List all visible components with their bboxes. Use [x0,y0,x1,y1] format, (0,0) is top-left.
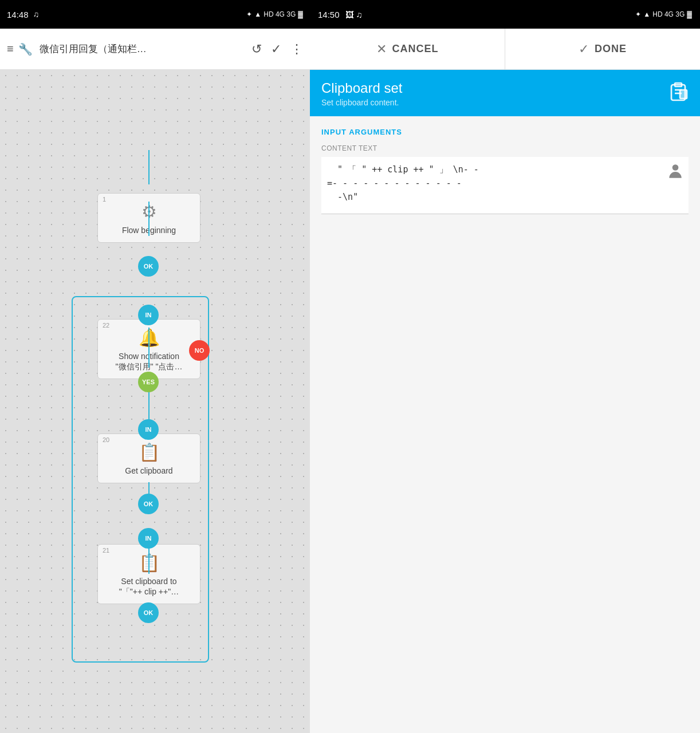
right-panel: 14:50 🖼 ♫ ✦ ▲ HD 4G 3G ▓ ✕ CANCEL ✓ DONE… [310,0,700,733]
connector-line-2 [148,202,150,236]
network-icon: HD 4G 3G [264,10,296,18]
cancel-label: CANCEL [392,43,439,55]
cancel-section[interactable]: ✕ CANCEL [310,29,505,69]
connector-line-3 [148,391,150,422]
cancel-icon: ✕ [376,42,387,57]
done-checkmark-icon: ✓ [579,42,589,57]
status-bar-left: 14:48 ♫ ✦ ▲ HD 4G 3G ▓ [0,0,310,29]
variable-person-icon[interactable] [668,163,683,188]
network-icon-right: HD 4G 3G [652,10,685,18]
toolbar-actions: ↺ ✓ ⋮ [251,42,303,57]
menu-icon[interactable]: ≡ [7,42,14,56]
no-connector-22[interactable]: NO [189,340,210,361]
time-left: 14:48 [7,10,29,19]
content-area: INPUT ARGUMENTS CONTENT TEXT " 「 " ++ cl… [310,116,700,733]
svg-rect-4 [680,90,687,98]
wifi-icon: ▲ [254,10,261,18]
status-icons-right: ✦ ▲ HD 4G 3G ▓ [635,10,692,18]
wrench-icon[interactable]: 🔧 [18,42,33,56]
toolbar-left: ≡ 🔧 微信引用回复（通知栏… ↺ ✓ ⋮ [0,29,310,70]
ok-connector-21[interactable]: OK [138,602,159,623]
node-num-1: 1 [103,196,106,203]
flow-canvas[interactable]: 1 ⚙ Flow beginning OK IN 22 🔔 Show notif… [0,70,310,733]
action-header: Clipboard set Set clipboard content. [310,70,700,116]
done-section[interactable]: ✓ DONE [505,29,700,69]
in-connector-20[interactable]: IN [138,419,159,440]
bt-icon: ✦ [246,10,252,18]
svg-point-5 [673,164,679,171]
ok-connector-1[interactable]: OK [138,256,159,277]
done-label: DONE [595,43,627,55]
content-text-value: " 「 " ++ clip ++ " 」 \n- - =- - - - - - … [327,164,479,202]
connector-line-yes [148,328,150,368]
status-bar-right: 14:50 🖼 ♫ ✦ ▲ HD 4G 3G ▓ [310,0,700,29]
action-title: Clipboard set [321,80,402,96]
wifi-icon-right: ▲ [643,10,650,18]
bt-icon-right: ✦ [635,10,641,18]
content-text-box[interactable]: " 「 " ++ clip ++ " 」 \n- - =- - - - - - … [321,157,689,214]
input-arguments-label: INPUT ARGUMENTS [321,128,689,136]
status-icons-left: ✦ ▲ HD 4G 3G ▓ [246,10,303,18]
photo-icon: 🖼 [345,10,354,19]
yes-connector-22[interactable]: YES [138,372,159,392]
undo-icon[interactable]: ↺ [251,42,262,57]
spotify-icon-left: ♫ [33,10,40,19]
flow-title: 微信引用回复（通知栏… [40,42,247,56]
connector-line-5 [148,545,150,574]
in-connector-21[interactable]: IN [138,528,159,549]
left-panel: 14:48 ♫ ✦ ▲ HD 4G 3G ▓ ≡ 🔧 微信引用回复（通知栏… ↺… [0,0,310,733]
in-connector-22[interactable]: IN [138,305,159,325]
confirm-icon[interactable]: ✓ [271,42,281,57]
time-right: 14:50 [318,10,340,19]
battery-icon: ▓ [298,10,303,18]
ok-connector-20[interactable]: OK [138,494,159,514]
content-text-label: CONTENT TEXT [321,144,689,152]
spotify-icon-right: ♫ [356,10,363,19]
clipboard-header-icon [668,81,689,107]
toolbar-right: ✕ CANCEL ✓ DONE [310,29,700,70]
connector-line-1 [148,150,150,184]
battery-icon-right: ▓ [687,10,692,18]
action-subtitle: Set clipboard content. [321,98,402,107]
action-header-text: Clipboard set Set clipboard content. [321,80,402,107]
more-icon[interactable]: ⋮ [290,42,303,57]
